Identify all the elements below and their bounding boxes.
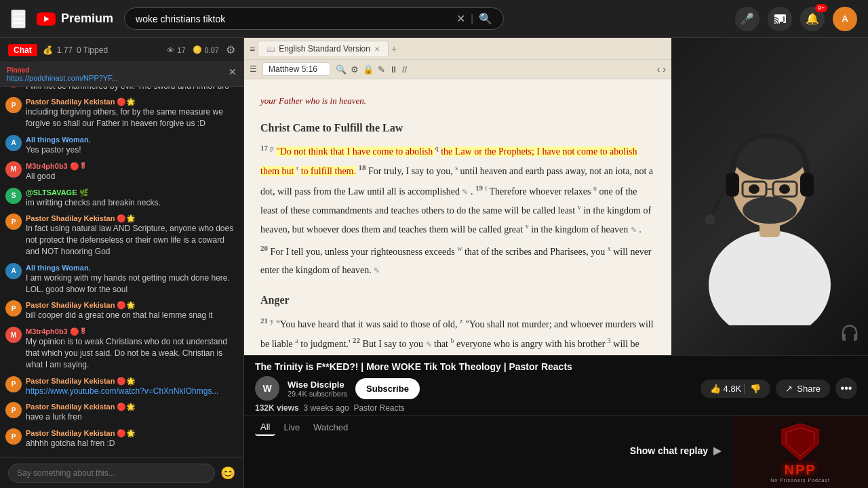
video-area: ≡ 📖 English Standard Version ✕ + ☰ 🔍 ⚙	[244, 38, 868, 488]
svg-point-5	[743, 197, 797, 224]
microphone-button[interactable]: 🎤	[735, 7, 760, 31]
video-title-row: The Trinity is F**KED?! | More WOKE Tik …	[255, 361, 857, 372]
message-text: including forgiving others, for by the s…	[26, 106, 238, 129]
share-label: Share	[797, 384, 821, 394]
pinned-url[interactable]: https://podchinast.com/NPP?YF...	[7, 74, 224, 82]
tab-all-button[interactable]: All	[255, 419, 275, 436]
chat-message-item: MM3tr4ph0b3 🔴🎖I will not be hammered by …	[5, 87, 238, 94]
bible-verse-21-23: 21 y "You have heard that it was said to…	[260, 314, 655, 355]
bible-menu-icon[interactable]: ≡	[250, 43, 255, 54]
search-icon[interactable]: 🔍	[479, 12, 492, 25]
chat-replay-area: Show chat replay ▶	[244, 439, 732, 462]
verse-22-super: 3	[608, 337, 611, 344]
chat-message-item: PPastor Shadilay Kekistan 🔴🌟In fact usin…	[5, 211, 238, 260]
chat-panel: Chat 💰 1.77 0 Tipped 👁 17 🪙 0.07 ⚙	[0, 38, 244, 488]
message-avatar: A	[5, 135, 22, 151]
message-username: All things Woman.	[26, 264, 91, 272]
viewer-count: 👁 17	[167, 46, 185, 54]
tab-watched-button[interactable]: Watched	[308, 420, 353, 435]
more-options-button[interactable]: •••	[835, 378, 857, 399]
cast-button[interactable]	[768, 7, 792, 31]
chat-message-item: S@SLTSAVAGE 🌿im writting checks and brea…	[5, 185, 238, 211]
close-pinned-icon[interactable]: ✕	[229, 66, 237, 77]
bible-pause-icon[interactable]: ⏸	[389, 64, 398, 75]
cast-icon	[774, 13, 786, 25]
dislike-icon[interactable]: 👎	[744, 384, 761, 394]
message-content: Pastor Shadilay Kekistan 🔴🌟https://www.y…	[26, 376, 238, 397]
subscribe-button[interactable]: Subscribe	[355, 378, 420, 399]
pinned-message: Pinned https://podchinast.com/NPP?YF... …	[0, 62, 243, 87]
bible-lock-icon[interactable]: 🔒	[363, 64, 374, 75]
bible-forward-button[interactable]: ›	[663, 64, 666, 75]
message-username: Pastor Shadilay Kekistan 🔴🌟	[26, 214, 136, 222]
bible-tab-esv[interactable]: 📖 English Standard Version ✕	[258, 41, 389, 56]
verse-19-num: 19	[475, 184, 483, 192]
bible-tab-bar: ≡ 📖 English Standard Version ✕ +	[244, 38, 671, 60]
anchor-z: z	[460, 317, 462, 325]
message-content: Pastor Shadilay Kekistan 🔴🌟including for…	[26, 97, 238, 129]
video-category: Pastor Reacts	[351, 403, 405, 413]
anchor-b: b	[451, 337, 454, 344]
message-avatar: S	[5, 188, 22, 204]
chat-message-item: AAll things Woman.Yes pastor yes!	[5, 132, 238, 159]
speaker-panel	[671, 38, 868, 355]
bible-split-icon[interactable]: //	[402, 64, 407, 75]
chat-tabs: All Live Watched	[244, 416, 732, 439]
chat-settings-icon[interactable]: ⚙	[226, 43, 235, 56]
main-content: Chat 💰 1.77 0 Tipped 👁 17 🪙 0.07 ⚙	[0, 38, 868, 488]
bible-tab-add-icon[interactable]: +	[391, 43, 397, 54]
message-content: M3tr4ph0b3 🔴🎖All good	[26, 161, 238, 182]
bible-navigation: ‹ ›	[657, 64, 666, 75]
message-content: Pastor Shadilay Kekistan 🔴🌟ahhhh gotcha …	[26, 428, 238, 449]
verse-21-text: "You have heard that it was said to thos…	[276, 319, 460, 329]
bible-back-button[interactable]: ‹	[657, 64, 660, 75]
bible-reference-input[interactable]	[262, 62, 330, 76]
search-input[interactable]	[136, 14, 451, 24]
message-text: I will not be hammered by evil. The swor…	[26, 87, 238, 92]
verse-22-that: that	[434, 338, 451, 348]
npp-logo-area: NPP No Prisoners Podcast	[732, 416, 868, 488]
message-username: @SLTSAVAGE 🌿	[26, 188, 89, 197]
clear-search-icon[interactable]: ✕	[456, 12, 465, 25]
verse-20-num: 20	[260, 244, 268, 252]
anchor-s: s	[455, 164, 458, 171]
nav-icons: 🎤 🔔 9+ A	[735, 7, 857, 31]
headphone-watermark-icon	[840, 324, 860, 344]
video-info-bar: The Trinity is F**KED?! | More WOKE Tik …	[244, 355, 868, 415]
bible-tab-close-icon[interactable]: ✕	[374, 45, 380, 53]
verse-20-scribes: that of the scribes and Pharisees, you	[465, 247, 608, 257]
bible-hamburger-icon[interactable]: ☰	[250, 64, 257, 74]
tipped-amount: 1.77	[57, 45, 73, 55]
user-avatar-button[interactable]: A	[833, 7, 857, 31]
verse-21-super: y	[271, 317, 274, 325]
share-button[interactable]: ↗ Share	[776, 380, 830, 398]
message-avatar: A	[5, 263, 22, 279]
verse-21-num: 21	[260, 317, 268, 325]
message-avatar: P	[5, 214, 22, 230]
emoji-button[interactable]: 😊	[220, 466, 235, 481]
message-text: have a lurk fren	[26, 411, 238, 423]
message-content: @SLTSAVAGE 🌿im writting checks and break…	[26, 188, 238, 209]
chat-title-area: Chat 💰 1.77 0 Tipped	[8, 44, 108, 56]
hamburger-menu[interactable]: ☰	[11, 9, 26, 28]
bible-settings-icon[interactable]: ⚙	[351, 64, 359, 75]
tab-live-button[interactable]: Live	[278, 420, 305, 435]
show-chat-replay-label[interactable]: Show chat replay	[630, 445, 708, 456]
like-button[interactable]: 👍 4.8K 👎	[701, 380, 771, 398]
message-text: In fact using natural law AND Scripture,…	[26, 223, 238, 257]
chat-replay-toggle[interactable]: ▶	[713, 444, 722, 457]
verse-17-num: 17	[260, 144, 268, 152]
svg-point-13	[705, 214, 715, 225]
yt-logo-icon	[37, 12, 56, 26]
bible-edit-icon[interactable]: ✎	[378, 64, 385, 75]
pencil-19-icon: ✎	[631, 226, 637, 234]
message-text: All good	[26, 171, 238, 182]
message-text: My opinion is to weak Christians who do …	[26, 336, 238, 370]
anger-section-title: Anger	[260, 290, 655, 310]
chat-input[interactable]	[8, 464, 215, 483]
speaker-face	[671, 38, 868, 355]
message-text[interactable]: https://www.youtube.com/watch?v=ChXnNkIO…	[26, 386, 238, 397]
coin-amount: 0.07	[205, 46, 219, 54]
bible-search-icon[interactable]: 🔍	[336, 64, 347, 75]
svg-rect-12	[800, 173, 814, 197]
